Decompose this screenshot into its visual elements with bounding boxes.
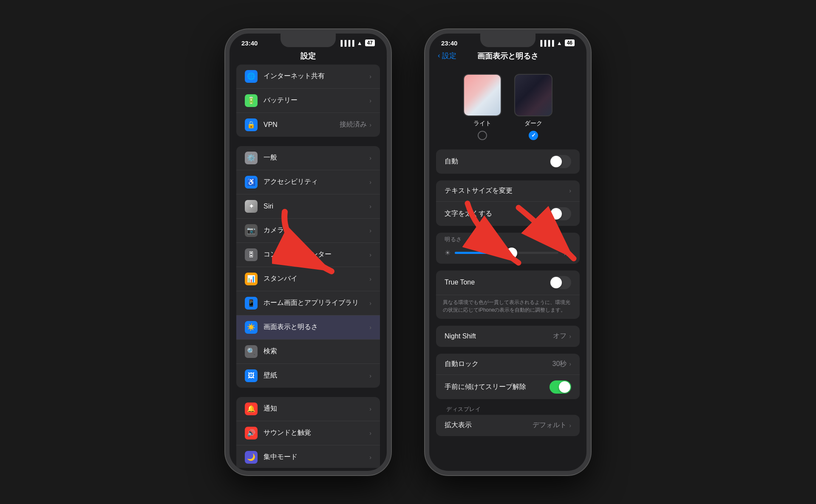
notch-right xyxy=(480,34,536,47)
row-battery[interactable]: 🔋 バッテリー › xyxy=(236,89,380,113)
chevron-sound: › xyxy=(369,430,371,436)
right-nav-bar: ‹ 設定 画面表示と明るさ xyxy=(429,49,586,65)
back-chevron-icon: ‹ xyxy=(438,51,440,60)
row-focus[interactable]: 🌙 集中モード › xyxy=(236,445,380,468)
row-label-vpn: VPN xyxy=(264,121,340,129)
status-time-left: 23:40 xyxy=(241,39,258,47)
battery-icon: 47 xyxy=(365,39,375,46)
camera-icon: 📷 xyxy=(245,224,258,237)
row-bold[interactable]: 文字を太くする xyxy=(436,202,580,226)
row-auto[interactable]: 自動 xyxy=(436,149,580,174)
brightness-section-label: 明るさ xyxy=(445,236,462,242)
row-internet[interactable]: 🌐 インターネット共有 › xyxy=(236,65,380,89)
row-nightshift[interactable]: Night Shift オフ › xyxy=(436,326,580,347)
row-value-vpn: 接続済み xyxy=(340,120,367,129)
notch xyxy=(280,34,336,47)
brightness-low-icon: ☀ xyxy=(445,249,450,257)
wifi-icon-right: ▲ xyxy=(557,40,562,46)
nightshift-value: オフ xyxy=(553,332,567,341)
battery-icon-right: 46 xyxy=(565,39,575,46)
nightshift-label: Night Shift xyxy=(445,332,553,340)
nightshift-section: Night Shift オフ › xyxy=(436,326,580,347)
back-button[interactable]: ‹ 設定 xyxy=(438,51,456,61)
wifi-icon: ▲ xyxy=(357,40,363,46)
light-thumb xyxy=(463,74,502,116)
row-search[interactable]: 🔍 検索 xyxy=(236,340,380,364)
row-display[interactable]: ☀️ 画面表示と明るさ › xyxy=(236,315,380,340)
chevron-wallpaper: › xyxy=(369,372,371,379)
chevron-control: › xyxy=(369,251,371,258)
chevron-autolock: › xyxy=(569,360,571,367)
auto-label: 自動 xyxy=(445,157,550,166)
row-control[interactable]: 🎛 コントロールセンター › xyxy=(236,243,380,267)
row-standby[interactable]: 📊 スタンバイ › xyxy=(236,267,380,291)
light-radio[interactable] xyxy=(478,131,487,140)
chevron-vpn: › xyxy=(369,121,371,128)
raisetowake-toggle[interactable] xyxy=(550,380,571,394)
row-label-siri: Siri xyxy=(264,203,369,210)
text-section: テキストサイズを変更 › 文字を太くする xyxy=(436,180,580,226)
row-textsize[interactable]: テキストサイズを変更 › xyxy=(436,180,580,202)
truetone-toggle[interactable] xyxy=(550,276,571,289)
right-phone: 23:40 ▐▐▐▐ ▲ 46 ‹ 設定 画面表示と明るさ ライト xyxy=(425,29,591,475)
row-label-notifications: 通知 xyxy=(264,404,369,413)
appearance-light[interactable]: ライト xyxy=(463,74,502,140)
row-general[interactable]: ⚙️ 一般 › xyxy=(236,146,380,170)
brightness-slider[interactable] xyxy=(455,252,558,254)
row-siri[interactable]: ✦ Siri › xyxy=(236,194,380,219)
row-homescreen[interactable]: 📱 ホーム画面とアプリライブラリ › xyxy=(236,291,380,315)
row-autolock[interactable]: 自動ロック 30秒 › xyxy=(436,354,580,375)
row-label-wallpaper: 壁紙 xyxy=(264,371,369,380)
chevron-zoom: › xyxy=(569,422,571,429)
status-icons-left: ▐▐▐▐ ▲ 47 xyxy=(339,39,375,46)
battery-icon-row: 🔋 xyxy=(245,94,258,107)
left-content: 🌐 インターネット共有 › 🔋 バッテリー › 🔒 VPN 接続済み › ⚙️ … xyxy=(230,65,387,468)
row-label-battery: バッテリー xyxy=(264,96,369,105)
auto-section: 自動 xyxy=(436,149,580,174)
row-raisetowake[interactable]: 手前に傾けてスリープ解除 xyxy=(436,375,580,399)
dark-thumb xyxy=(514,74,552,116)
truetone-description-row: 異なる環境でも色が一貫して表示されるように、環境光の状況に応じてiPhoneの表… xyxy=(436,295,580,319)
row-truetone[interactable]: True Tone xyxy=(436,270,580,295)
chevron-notifications: › xyxy=(369,405,371,412)
dark-radio[interactable] xyxy=(529,131,538,140)
left-nav-bar: 設定 xyxy=(230,49,387,65)
signal-icon: ▐▐▐▐ xyxy=(339,40,354,46)
focus-icon: 🌙 xyxy=(245,451,258,464)
chevron-standby: › xyxy=(369,276,371,282)
row-label-control: コントロールセンター xyxy=(264,250,369,259)
row-zoom[interactable]: 拡大表示 デフォルト › xyxy=(436,415,580,436)
appearance-row: ライト ダーク xyxy=(429,69,586,145)
row-sound[interactable]: 🔊 サウンドと触覚 › xyxy=(236,421,380,445)
sound-icon: 🔊 xyxy=(245,427,258,439)
row-wallpaper[interactable]: 🖼 壁紙 › xyxy=(236,364,380,388)
row-label-search: 検索 xyxy=(264,347,371,356)
back-label: 設定 xyxy=(442,51,456,61)
control-icon: 🎛 xyxy=(245,248,258,261)
raisetowake-label: 手前に傾けてスリープ解除 xyxy=(445,383,550,391)
row-camera[interactable]: 📷 カメラ › xyxy=(236,219,380,243)
row-label-focus: 集中モード xyxy=(264,453,369,462)
zoom-section: 拡大表示 デフォルト › xyxy=(436,415,580,436)
row-notifications[interactable]: 🔔 通知 › xyxy=(236,397,380,421)
chevron-accessibility: › xyxy=(369,179,371,186)
wallpaper-icon: 🖼 xyxy=(245,369,258,382)
row-label-camera: カメラ xyxy=(264,226,369,235)
brightness-label-row: 明るさ xyxy=(436,233,580,244)
row-vpn[interactable]: 🔒 VPN 接続済み › xyxy=(236,113,380,137)
chevron-siri: › xyxy=(369,203,371,210)
row-accessibility[interactable]: ♿ アクセシビリティ › xyxy=(236,170,380,194)
slider-thumb[interactable] xyxy=(506,248,517,259)
chevron-homescreen: › xyxy=(369,300,371,307)
auto-toggle[interactable] xyxy=(550,155,571,168)
search-icon: 🔍 xyxy=(245,345,258,358)
autolock-value: 30秒 xyxy=(552,360,567,369)
truetone-label: True Tone xyxy=(445,279,550,286)
row-label-homescreen: ホーム画面とアプリライブラリ xyxy=(264,298,369,307)
bold-toggle[interactable] xyxy=(550,207,571,220)
appearance-dark[interactable]: ダーク xyxy=(514,74,552,140)
truetone-section: True Tone 異なる環境でも色が一貫して表示されるように、環境光の状況に応… xyxy=(436,270,580,319)
autolock-label: 自動ロック xyxy=(445,360,552,369)
homescreen-icon: 📱 xyxy=(245,297,258,310)
chevron-battery: › xyxy=(369,97,371,104)
